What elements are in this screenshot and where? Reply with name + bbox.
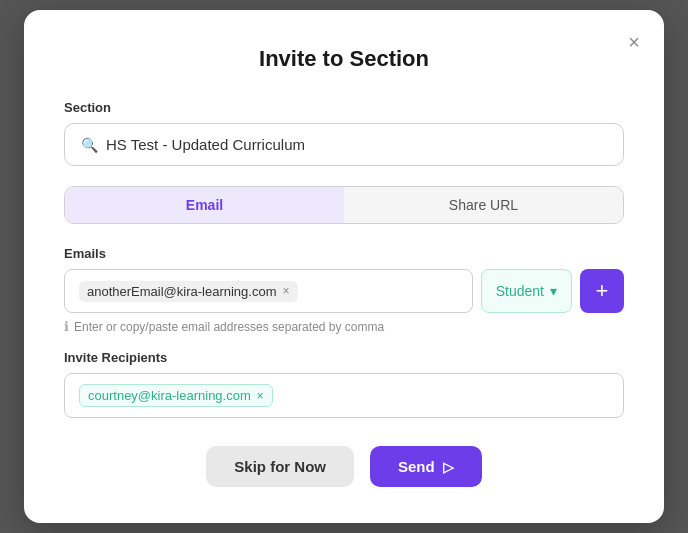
email-input-box[interactable]: anotherEmail@kira-learning.com × — [64, 269, 473, 313]
footer-row: Skip for Now Send ▷ — [64, 446, 624, 487]
send-button[interactable]: Send ▷ — [370, 446, 482, 487]
email-tag: anotherEmail@kira-learning.com × — [79, 281, 298, 302]
role-value: Student — [496, 283, 544, 299]
section-input-value: HS Test - Updated Curriculum — [106, 136, 305, 153]
recipients-box[interactable]: courtney@kira-learning.com × — [64, 373, 624, 418]
email-row: anotherEmail@kira-learning.com × Student… — [64, 269, 624, 313]
modal-overlay: × Invite to Section Section 🔍 HS Test - … — [0, 0, 688, 533]
close-button[interactable]: × — [624, 28, 644, 56]
emails-label: Emails — [64, 246, 624, 261]
recipients-label: Invite Recipients — [64, 350, 624, 365]
invite-modal: × Invite to Section Section 🔍 HS Test - … — [24, 10, 664, 523]
section-input-wrapper[interactable]: 🔍 HS Test - Updated Curriculum — [64, 123, 624, 166]
recipient-email-text: courtney@kira-learning.com — [88, 388, 251, 403]
role-dropdown[interactable]: Student ▾ — [481, 269, 572, 313]
hint-text: ℹ Enter or copy/paste email addresses se… — [64, 319, 624, 334]
search-icon: 🔍 — [81, 137, 98, 153]
section-label: Section — [64, 100, 624, 115]
email-tag-text: anotherEmail@kira-learning.com — [87, 284, 277, 299]
remove-email-icon[interactable]: × — [283, 284, 290, 298]
tab-email[interactable]: Email — [65, 187, 344, 223]
remove-recipient-icon[interactable]: × — [257, 389, 264, 403]
tabs-row: Email Share URL — [64, 186, 624, 224]
modal-title: Invite to Section — [64, 46, 624, 72]
send-icon: ▷ — [443, 459, 454, 475]
send-label: Send — [398, 458, 435, 475]
tab-share-url[interactable]: Share URL — [344, 187, 623, 223]
recipient-tag: courtney@kira-learning.com × — [79, 384, 273, 407]
dropdown-arrow-icon: ▾ — [550, 283, 557, 299]
info-icon: ℹ — [64, 319, 69, 334]
recipients-section: Invite Recipients courtney@kira-learning… — [64, 350, 624, 418]
skip-button[interactable]: Skip for Now — [206, 446, 354, 487]
hint-message: Enter or copy/paste email addresses sepa… — [74, 320, 384, 334]
add-button[interactable]: + — [580, 269, 624, 313]
emails-section: Emails anotherEmail@kira-learning.com × … — [64, 246, 624, 334]
